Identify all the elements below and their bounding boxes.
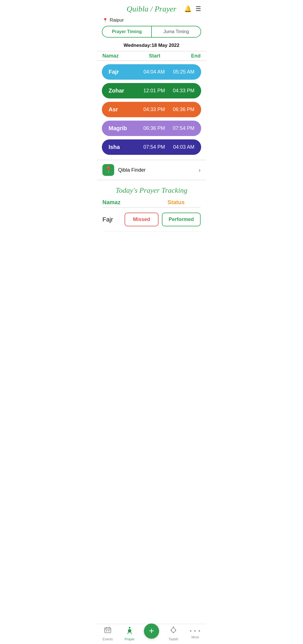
header: Quibla / Prayer 🔔 ☰ (97, 0, 206, 16)
qibla-finder-label: Qibla Finder (118, 167, 199, 173)
prayer-name-asr: Asr (109, 106, 141, 113)
tab-juma-timing[interactable]: Juma Timing (152, 26, 201, 37)
menu-icon[interactable]: ☰ (196, 5, 201, 13)
tracking-rows: Fajr Missed Performed (102, 208, 201, 232)
prayer-name-magrib: Magrib (109, 125, 141, 132)
header-actions: 🔔 ☰ (184, 5, 201, 13)
prayer-start-fajr: 04:04 AM (141, 69, 168, 75)
prayer-row-isha[interactable]: Isha 07:54 PM 04:03 AM (102, 139, 201, 155)
prayer-list: Fajr 04:04 AM 05:25 AM Zohar 12:01 PM 04… (97, 61, 206, 158)
prayer-start-zohar: 12:01 PM (141, 88, 168, 94)
col-header-start: Start (139, 53, 170, 59)
prayer-row-zohar[interactable]: Zohar 12:01 PM 04:33 PM (102, 83, 201, 98)
prayer-row-fajr[interactable]: Fajr 04:04 AM 05:25 AM (102, 64, 201, 80)
prayer-row-magrib[interactable]: Magrib 06:36 PM 07:54 PM (102, 121, 201, 136)
location-pin-icon: 📍 (102, 18, 108, 23)
current-date: Wednesday:18 May 2022 (97, 42, 206, 51)
qibla-finder-row[interactable]: 📍 Qibla Finder › (97, 160, 206, 180)
btn-missed[interactable]: Missed (125, 213, 159, 226)
qibla-pin-icon: 📍 (105, 166, 112, 174)
prayer-end-fajr: 05:25 AM (167, 69, 194, 75)
bell-icon[interactable]: 🔔 (184, 5, 192, 13)
prayer-start-isha: 07:54 PM (141, 144, 168, 150)
prayer-name-fajr: Fajr (109, 69, 141, 75)
tracking-row-fajr: Fajr Missed Performed (102, 208, 201, 232)
prayer-end-magrib: 07:54 PM (167, 125, 194, 131)
qibla-chevron-icon: › (199, 167, 201, 173)
tracking-table-header: Namaz Status (102, 197, 201, 208)
tab-prayer-timing[interactable]: Prayer Timing (102, 26, 151, 37)
prayer-start-asr: 04:33 PM (141, 107, 168, 112)
prayer-table-header: Namaz Start End (97, 51, 206, 61)
track-col-namaz: Namaz (102, 199, 152, 206)
prayer-row-asr[interactable]: Asr 04:33 PM 06:36 PM (102, 102, 201, 117)
prayer-start-magrib: 06:36 PM (141, 125, 168, 131)
col-header-end: End (170, 53, 201, 59)
prayer-end-isha: 04:03 AM (167, 144, 194, 150)
prayer-name-zohar: Zohar (109, 88, 141, 94)
btn-performed[interactable]: Performed (162, 213, 201, 226)
timing-toggle: Prayer Timing Juma Timing (102, 26, 201, 38)
location-city: Raipur (110, 17, 124, 23)
track-col-status: Status (152, 199, 201, 206)
tracking-title: Today's Prayer Tracking (102, 183, 201, 197)
tracking-prayer-name: Fajr (102, 216, 125, 223)
tracking-action-buttons: Missed Performed (125, 213, 201, 226)
col-header-namaz: Namaz (102, 53, 139, 59)
prayer-name-isha: Isha (109, 144, 141, 150)
qibla-icon-wrap: 📍 (102, 164, 114, 176)
prayer-end-zohar: 04:33 PM (167, 88, 194, 94)
tracking-section: Today's Prayer Tracking Namaz Status Faj… (97, 180, 206, 232)
location-row: 📍 Raipur (97, 16, 206, 26)
prayer-end-asr: 06:36 PM (167, 107, 194, 112)
